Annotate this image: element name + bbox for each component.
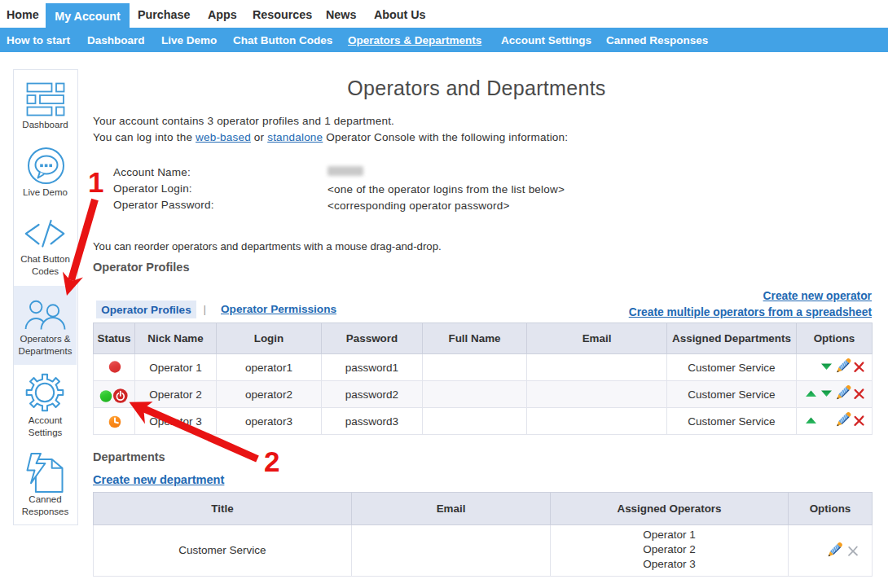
svg-text:1: 1	[88, 166, 103, 198]
svg-text:2: 2	[264, 445, 279, 477]
